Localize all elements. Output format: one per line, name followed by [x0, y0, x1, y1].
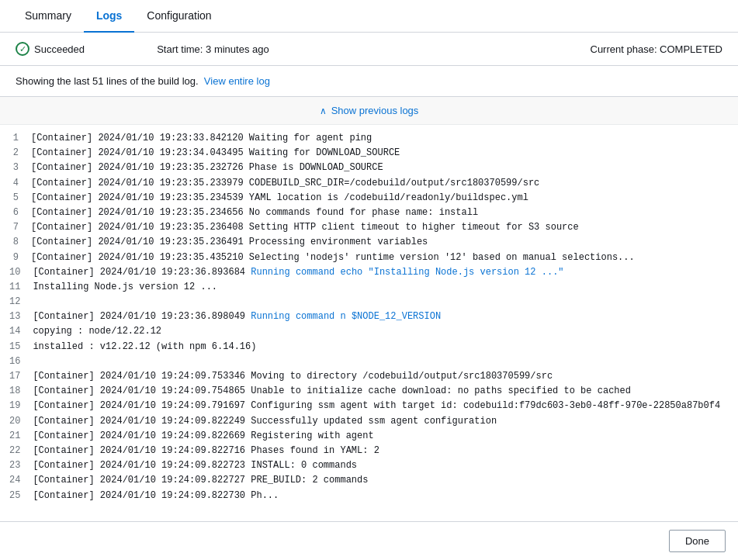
line-content: [Container] 2024/01/10 19:23:35.234656 N…	[31, 206, 729, 220]
log-line: 2 [Container] 2024/01/10 19:23:34.043495…	[0, 146, 738, 161]
line-content: [Container] 2024/01/10 19:24:09.822730 P…	[33, 489, 729, 503]
line-number: 9	[9, 251, 31, 265]
line-content	[33, 354, 729, 369]
line-number: 7	[9, 220, 31, 235]
line-content: [Container] 2024/01/10 19:24:09.822669 R…	[33, 429, 729, 444]
line-content: [Container] 2024/01/10 19:23:35.234539 Y…	[31, 191, 729, 206]
line-number: 6	[9, 206, 31, 220]
line-content: [Container] 2024/01/10 19:23:35.236408 S…	[31, 220, 729, 235]
log-line: 14 copying : node/12.22.12	[0, 324, 738, 339]
show-previous-logs-bar[interactable]: ∧ Show previous logs	[0, 97, 738, 125]
log-line: 7 [Container] 2024/01/10 19:23:35.236408…	[0, 220, 738, 235]
log-line: 5 [Container] 2024/01/10 19:23:35.234539…	[0, 191, 738, 206]
tab-configuration[interactable]: Configuration	[134, 0, 223, 33]
line-number: 10	[9, 265, 33, 280]
status-current-phase: Current phase: COMPLETED	[440, 43, 722, 55]
line-content: [Container] 2024/01/10 19:23:35.233979 C…	[31, 176, 729, 191]
log-line: 8 [Container] 2024/01/10 19:23:35.236491…	[0, 235, 738, 250]
succeeded-label: Succeeded	[34, 43, 85, 55]
log-line: 3 [Container] 2024/01/10 19:23:35.232726…	[0, 161, 738, 175]
line-number: 13	[9, 309, 33, 324]
line-number: 1	[9, 131, 31, 146]
line-number: 15	[9, 340, 33, 354]
line-number: 11	[9, 280, 33, 295]
log-line: 16	[0, 354, 738, 369]
line-number: 8	[9, 235, 31, 250]
log-content[interactable]: 1 [Container] 2024/01/10 19:23:33.842120…	[0, 125, 738, 521]
status-start-time: Start time: 3 minutes ago	[157, 43, 439, 55]
current-phase-label: Current phase: COMPLETED	[591, 43, 723, 55]
line-content: [Container] 2024/01/10 19:23:35.435210 S…	[31, 251, 729, 265]
log-line: 24 [Container] 2024/01/10 19:24:09.82272…	[0, 473, 738, 488]
log-line: 20 [Container] 2024/01/10 19:24:09.82224…	[0, 414, 738, 429]
line-content: Installing Node.js version 12 ...	[33, 280, 729, 295]
show-previous-logs-label: Show previous logs	[331, 105, 419, 116]
log-line: 1 [Container] 2024/01/10 19:23:33.842120…	[0, 131, 738, 146]
done-button[interactable]: Done	[669, 530, 726, 552]
log-command-link[interactable]: Running command echo "Installing Node.js…	[251, 267, 563, 278]
footer: Done	[0, 521, 738, 560]
line-number: 21	[9, 429, 33, 444]
succeeded-icon: ✓	[16, 42, 29, 56]
line-number: 3	[9, 161, 31, 175]
log-line: 18 [Container] 2024/01/10 19:24:09.75486…	[0, 384, 738, 399]
line-number: 18	[9, 384, 33, 399]
line-content: [Container] 2024/01/10 19:23:36.898049 R…	[33, 309, 729, 324]
line-content: [Container] 2024/01/10 19:24:09.822727 P…	[33, 473, 729, 488]
view-entire-log-link[interactable]: View entire log	[204, 75, 270, 87]
line-content: [Container] 2024/01/10 19:23:34.043495 W…	[31, 146, 729, 161]
log-line: 21 [Container] 2024/01/10 19:24:09.82266…	[0, 429, 738, 444]
log-line: 9 [Container] 2024/01/10 19:23:35.435210…	[0, 251, 738, 265]
line-number: 2	[9, 146, 31, 161]
log-command-link[interactable]: Running command n $NODE_12_VERSION	[251, 311, 441, 322]
line-number: 19	[9, 399, 33, 413]
line-content: [Container] 2024/01/10 19:24:09.753346 M…	[33, 369, 729, 384]
line-content	[33, 295, 729, 309]
status-bar: ✓ Succeeded Start time: 3 minutes ago Cu…	[0, 33, 738, 66]
tab-logs[interactable]: Logs	[84, 0, 134, 33]
line-number: 16	[9, 354, 33, 369]
log-line: 13 [Container] 2024/01/10 19:23:36.89804…	[0, 309, 738, 324]
line-content: copying : node/12.22.12	[33, 324, 729, 339]
line-number: 17	[9, 369, 33, 384]
line-content: [Container] 2024/01/10 19:23:35.236491 P…	[31, 235, 729, 250]
line-number: 23	[9, 458, 33, 473]
log-line: 10 [Container] 2024/01/10 19:23:36.89368…	[0, 265, 738, 280]
tab-bar: Summary Logs Configuration	[0, 0, 738, 33]
log-line: 11 Installing Node.js version 12 ...	[0, 280, 738, 295]
line-content: [Container] 2024/01/10 19:24:09.822723 I…	[33, 458, 729, 473]
line-content: [Container] 2024/01/10 19:23:33.842120 W…	[31, 131, 729, 146]
line-content: [Container] 2024/01/10 19:24:09.754865 U…	[33, 384, 729, 399]
tab-summary[interactable]: Summary	[12, 0, 84, 33]
line-number: 12	[9, 295, 33, 309]
line-number: 5	[9, 191, 31, 206]
line-number: 25	[9, 489, 33, 503]
line-content: [Container] 2024/01/10 19:23:35.232726 P…	[31, 161, 729, 175]
log-line: 17 [Container] 2024/01/10 19:24:09.75334…	[0, 369, 738, 384]
log-header-text: Showing the last 51 lines of the build l…	[16, 75, 199, 87]
start-time-label: Start time: 3 minutes ago	[157, 43, 269, 55]
log-line: 15 installed : v12.22.12 (with npm 6.14.…	[0, 340, 738, 354]
line-number: 20	[9, 414, 33, 429]
line-content: [Container] 2024/01/10 19:24:09.822249 S…	[33, 414, 729, 429]
status-succeeded: ✓ Succeeded	[16, 42, 157, 56]
line-content: [Container] 2024/01/10 19:24:09.791697 C…	[33, 399, 729, 413]
line-number: 14	[9, 324, 33, 339]
chevron-up-icon: ∧	[320, 105, 327, 116]
main-container: Summary Logs Configuration ✓ Succeeded S…	[0, 0, 738, 560]
line-number: 4	[9, 176, 31, 191]
line-content: [Container] 2024/01/10 19:23:36.893684 R…	[33, 265, 729, 280]
line-number: 22	[9, 444, 33, 458]
line-content: [Container] 2024/01/10 19:24:09.822716 P…	[33, 444, 729, 458]
log-line: 4 [Container] 2024/01/10 19:23:35.233979…	[0, 176, 738, 191]
log-line: 23 [Container] 2024/01/10 19:24:09.82272…	[0, 458, 738, 473]
log-header: Showing the last 51 lines of the build l…	[0, 66, 738, 97]
line-content: installed : v12.22.12 (with npm 6.14.16)	[33, 340, 729, 354]
line-number: 24	[9, 473, 33, 488]
log-line: 22 [Container] 2024/01/10 19:24:09.82271…	[0, 444, 738, 458]
log-line: 6 [Container] 2024/01/10 19:23:35.234656…	[0, 206, 738, 220]
log-line: 19 [Container] 2024/01/10 19:24:09.79169…	[0, 399, 738, 413]
log-line: 12	[0, 295, 738, 309]
log-line: 25 [Container] 2024/01/10 19:24:09.82273…	[0, 489, 738, 503]
